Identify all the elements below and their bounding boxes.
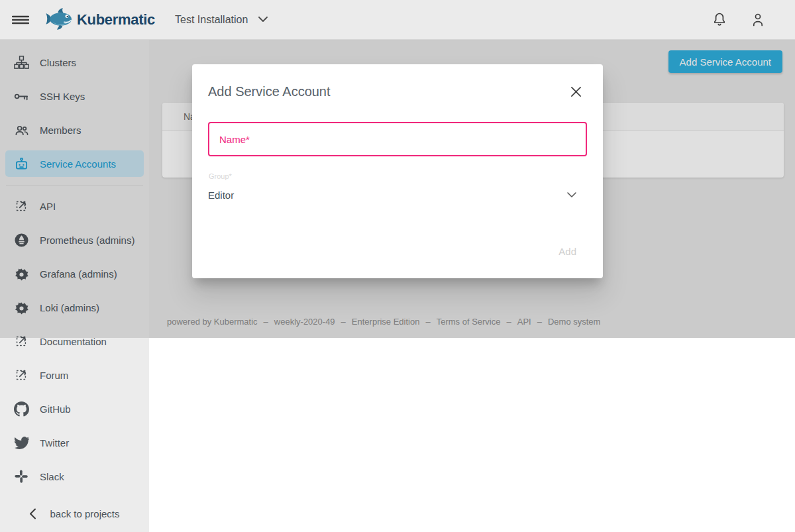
sidebar-item-label: GitHub [40,403,71,415]
menu-hamburger-icon[interactable] [12,12,29,28]
sidebar-item-github[interactable]: GitHub [5,396,144,422]
chevron-left-icon [29,508,36,519]
add-service-account-dialog: Add Service Account Group* Editor Add [192,64,603,278]
external-link-icon [13,367,29,383]
dialog-add-button[interactable]: Add [555,243,580,260]
sidebar-item-label: Forum [40,370,68,381]
notifications-bell-icon[interactable] [712,11,727,28]
sidebar-item-twitter[interactable]: Twitter [5,429,144,456]
slack-icon [13,468,29,484]
sidebar-item-label: Twitter [40,437,69,449]
kubermatic-app: Kubermatic Test Installation Clusters [0,0,795,532]
group-select-label: Group* [208,172,587,180]
brand-name: Kubermatic [77,11,155,28]
project-selector[interactable]: Test Installation [175,14,268,26]
sidebar-item-label: Slack [40,471,64,482]
chevron-down-icon [567,192,576,198]
back-to-projects-label: back to projects [50,508,119,519]
github-icon [13,401,29,417]
sidebar-item-forum[interactable]: Forum [5,362,144,388]
kubermatic-logo[interactable]: Kubermatic [44,7,155,33]
chevron-down-icon [258,17,268,23]
top-header: Kubermatic Test Installation [0,0,795,40]
project-selector-value: Test Installation [175,14,248,26]
twitter-icon [13,435,29,451]
close-icon[interactable] [569,85,583,99]
group-select-value: Editor [208,189,234,201]
sidebar-item-slack[interactable]: Slack [5,463,144,490]
shark-icon [44,7,74,33]
dialog-title: Add Service Account [208,84,331,99]
user-account-icon[interactable] [750,11,766,28]
group-select[interactable]: Group* Editor [208,172,587,201]
service-account-name-input[interactable] [208,122,587,156]
back-to-projects-button[interactable]: back to projects [0,502,149,525]
